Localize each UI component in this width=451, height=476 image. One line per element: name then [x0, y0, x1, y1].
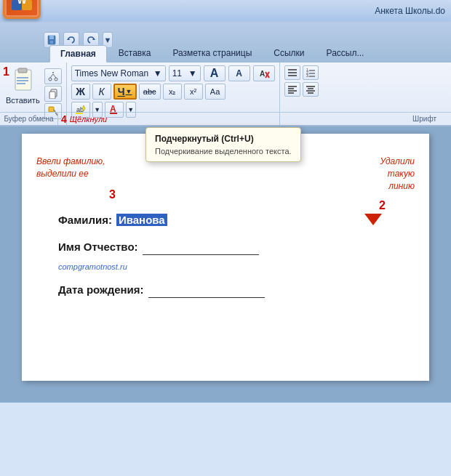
svg-rect-14 [17, 83, 25, 84]
dob-label: Дата рождения: [58, 283, 144, 296]
svg-point-16 [55, 78, 57, 81]
case-button[interactable]: Аа [205, 84, 226, 100]
tab-mailings[interactable]: Рассыл... [316, 45, 375, 62]
annotation-1: 1 [3, 65, 9, 78]
website-label: compgramotnost.ru [58, 261, 393, 272]
italic-button[interactable]: К [92, 84, 111, 100]
svg-rect-11 [18, 68, 27, 73]
dob-row: Дата рождения: [58, 283, 393, 298]
family-value: Иванова [116, 214, 167, 226]
svg-text:A: A [260, 70, 265, 78]
paste-button[interactable]: Вставить [4, 65, 41, 106]
annotation-2: 2 [379, 199, 386, 212]
svg-line-17 [50, 74, 53, 78]
svg-line-18 [53, 74, 56, 78]
family-label: Фамилия: [58, 214, 112, 226]
svg-text:3.: 3. [306, 73, 309, 78]
font-name-dropdown[interactable]: Times New Roman ▼ [71, 65, 166, 81]
svg-rect-21 [49, 92, 55, 99]
dob-underline-field [148, 285, 265, 298]
numbered-list-button[interactable]: 1.2.3. [303, 65, 319, 80]
clicked-label: Щёлкнули [70, 115, 107, 124]
tooltip: Подчеркнутый (Ctrl+U) Подчеркивание выде… [145, 127, 301, 162]
clipboard-group-label: Буфер обмена [0, 113, 58, 125]
align-left-button[interactable] [284, 82, 300, 97]
svg-text:W: W [17, 0, 27, 6]
tab-home[interactable]: Главная [49, 45, 107, 62]
tooltip-description: Подчеркивание выделенного текста. [155, 147, 292, 156]
name-row: Имя Отчество: [58, 241, 393, 255]
title-text: Анкета Школы.do [375, 6, 445, 16]
tab-insert[interactable]: Вставка [108, 45, 161, 62]
ribbon-tabs: Главная Вставка Разметка страницы Ссылки… [0, 45, 451, 62]
font-size-dropdown[interactable]: 11 ▼ [169, 65, 201, 81]
increase-font-button[interactable]: A [204, 65, 226, 81]
document-area: Ввели фамилию, выделили ее 3 Удалили так… [0, 126, 451, 403]
clicked-annotation: 4 Щёлкнули [58, 113, 107, 125]
strikethrough-button[interactable]: abc [139, 84, 161, 100]
clear-format-button[interactable]: A [253, 65, 275, 81]
decrease-font-button[interactable]: A [228, 65, 250, 81]
tab-links[interactable]: Ссылки [263, 45, 314, 62]
superscript-button[interactable]: x² [184, 84, 203, 100]
annotation-deleted: Удалили такую линию [380, 156, 415, 192]
ribbon-body: Вставить Times New Roman ▼ [0, 62, 451, 126]
name-label: Имя Отчество: [58, 241, 138, 253]
cut-button[interactable] [44, 68, 62, 84]
align-center-button[interactable] [303, 82, 319, 97]
svg-rect-7 [50, 41, 53, 44]
font-group-label: Шрифт [412, 113, 436, 125]
office-button[interactable]: W [3, 0, 41, 19]
list-button[interactable] [284, 65, 300, 80]
tab-layout[interactable]: Разметка страницы [162, 45, 262, 62]
underline-button[interactable]: Ч ▼ [113, 84, 137, 100]
bold-button[interactable]: Ж [71, 84, 90, 100]
tooltip-title: Подчеркнутый (Ctrl+U) [155, 134, 292, 144]
copy-button[interactable] [44, 86, 62, 102]
subscript-button[interactable]: x₂ [163, 84, 182, 100]
document-page: Ввели фамилию, выделили ее 3 Удалили так… [22, 134, 429, 381]
svg-rect-6 [49, 36, 54, 39]
paste-label: Вставить [6, 96, 40, 105]
svg-rect-22 [49, 107, 54, 112]
title-bar: Анкета Школы.do [0, 0, 451, 22]
name-underline-field [143, 242, 259, 255]
svg-point-15 [49, 78, 52, 81]
annotation-3: 3 [109, 188, 116, 201]
annotation-input-text: Ввели фамилию, выделили ее [36, 156, 105, 180]
svg-rect-12 [17, 77, 28, 78]
arrow-down-icon [364, 214, 382, 227]
svg-rect-13 [17, 80, 28, 81]
family-row: Фамилия: Иванова [58, 214, 393, 226]
ribbon-group-labels: Буфер обмена 4 Щёлкнули Шрифт [0, 112, 451, 125]
annotation-4: 4 [61, 113, 67, 125]
